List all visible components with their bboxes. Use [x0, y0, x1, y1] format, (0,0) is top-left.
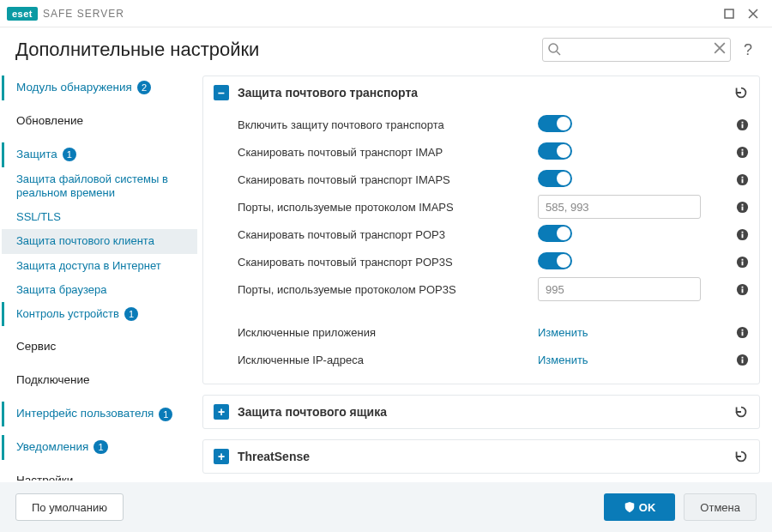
setting-row: Включить защиту почтового транспорта — [238, 111, 749, 138]
sidebar-item-5[interactable]: Защита почтового клиента — [2, 229, 197, 253]
setting-label: Исключенные IP-адреса — [238, 354, 538, 366]
window-close-icon[interactable] — [741, 2, 765, 26]
undo-icon[interactable] — [733, 85, 749, 100]
setting-label: Сканировать почтовый транспорт IMAPS — [238, 173, 538, 186]
svg-rect-4 — [742, 121, 744, 123]
sidebar-item-label: Контроль устройств — [16, 307, 119, 321]
sidebar-item-label: Защита браузера — [16, 283, 106, 297]
sidebar-item-label: Защита файловой системы в реальном време… — [16, 172, 190, 201]
sidebar-item-2[interactable]: Защита1 — [2, 142, 197, 167]
setting-label: Порты, используемые протоколом IMAPS — [238, 201, 538, 214]
info-icon[interactable] — [736, 201, 749, 214]
clear-icon[interactable] — [714, 42, 726, 54]
panel-body: Включить защиту почтового транспортаСкан… — [203, 109, 759, 384]
sidebar-item-label: Модуль обнаружения — [16, 81, 132, 95]
sidebar-item-6[interactable]: Защита доступа в Интернет — [2, 254, 197, 278]
svg-rect-25 — [742, 329, 744, 330]
sidebar: Модуль обнаружения2ОбновлениеЗащита1Защи… — [0, 69, 197, 481]
svg-rect-21 — [742, 288, 744, 293]
help-icon[interactable]: ? — [739, 41, 757, 59]
setting-label: Сканировать почтовый транспорт POP3S — [238, 256, 538, 269]
svg-rect-16 — [742, 231, 744, 233]
svg-rect-18 — [742, 261, 744, 265]
svg-rect-10 — [742, 176, 744, 178]
panel-header[interactable]: +Защита почтового ящика — [203, 396, 759, 428]
panel-header[interactable]: +ThreatSense — [203, 440, 759, 473]
sidebar-item-label: Сервис — [16, 340, 56, 354]
expand-icon[interactable]: + — [214, 404, 229, 420]
svg-rect-15 — [742, 233, 744, 238]
ports-input[interactable] — [538, 195, 701, 219]
sidebar-item-11[interactable]: Интерфейс пользователя1 — [2, 402, 197, 426]
content: –Защита почтового транспортаВключить защ… — [197, 69, 772, 481]
sidebar-item-7[interactable]: Защита браузера — [2, 278, 197, 302]
setting-label: Порты, используемые протоколом POP3S — [238, 283, 538, 296]
svg-rect-7 — [742, 148, 744, 150]
edit-link[interactable]: Изменить — [538, 326, 588, 339]
svg-rect-24 — [742, 331, 744, 336]
sidebar-item-4[interactable]: SSL/TLS — [2, 205, 197, 229]
edit-link[interactable]: Изменить — [538, 354, 588, 366]
ok-label: OK — [639, 501, 656, 514]
collapse-icon[interactable]: – — [214, 85, 229, 100]
toggle[interactable] — [538, 115, 572, 132]
ports-input[interactable] — [538, 277, 701, 301]
panel-mailbox: +Защита почтового ящика — [202, 395, 760, 429]
setting-label: Сканировать почтовый транспорт POP3 — [238, 228, 538, 241]
info-icon[interactable] — [736, 173, 749, 186]
sidebar-item-8[interactable]: Контроль устройств1 — [2, 302, 197, 326]
svg-rect-9 — [742, 178, 744, 183]
svg-rect-27 — [742, 359, 744, 363]
info-icon[interactable] — [736, 283, 749, 296]
info-icon[interactable] — [736, 354, 749, 366]
panel-threatsense: +ThreatSense — [202, 439, 760, 474]
setting-row: Сканировать почтовый транспорт IMAPS — [238, 166, 749, 193]
shield-icon — [624, 501, 636, 513]
default-button[interactable]: По умолчанию — [15, 493, 124, 521]
undo-icon[interactable] — [733, 404, 749, 420]
brand-logo: eset — [7, 7, 38, 21]
badge: 1 — [159, 408, 172, 421]
setting-row: Сканировать почтовый транспорт POP3S — [238, 248, 749, 275]
sidebar-item-label: Настройки конфиденциальности — [16, 474, 190, 481]
panel-title: Защита почтового ящика — [238, 405, 387, 419]
sidebar-item-9[interactable]: Сервис — [2, 335, 197, 360]
svg-rect-3 — [742, 124, 744, 128]
product-name: SAFE SERVER — [43, 8, 124, 20]
info-icon[interactable] — [736, 228, 749, 241]
info-icon[interactable] — [736, 118, 749, 131]
svg-rect-28 — [742, 356, 744, 358]
sidebar-item-10[interactable]: Подключение — [2, 368, 197, 393]
setting-label: Исключенные приложения — [238, 326, 538, 339]
panel-title: ThreatSense — [238, 450, 310, 463]
sidebar-item-12[interactable]: Уведомления1 — [2, 435, 197, 460]
panel-mail_transport: –Защита почтового транспортаВключить защ… — [202, 76, 760, 384]
svg-rect-19 — [742, 258, 744, 260]
window-maximize-icon[interactable] — [717, 2, 741, 26]
toggle[interactable] — [538, 225, 572, 242]
undo-icon[interactable] — [733, 449, 749, 464]
sidebar-item-0[interactable]: Модуль обнаружения2 — [2, 76, 197, 100]
ok-button[interactable]: OK — [604, 493, 676, 521]
sidebar-item-1[interactable]: Обновление — [2, 109, 197, 134]
sidebar-item-3[interactable]: Защита файловой системы в реальном време… — [2, 167, 197, 206]
search-input[interactable] — [542, 38, 731, 62]
toggle[interactable] — [538, 252, 572, 269]
toggle[interactable] — [538, 142, 572, 160]
info-icon[interactable] — [736, 146, 749, 159]
setting-row: Порты, используемые протоколом POP3S — [238, 275, 749, 303]
svg-rect-12 — [742, 206, 744, 210]
expand-icon[interactable]: + — [214, 449, 229, 464]
sidebar-item-13[interactable]: Настройки конфиденциальности — [2, 469, 197, 481]
info-icon[interactable] — [736, 256, 749, 269]
setting-row: Исключенные приложенияИзменить — [238, 318, 749, 346]
sidebar-item-label: Интерфейс пользователя — [16, 407, 154, 421]
toggle[interactable] — [538, 170, 572, 187]
panel-header[interactable]: –Защита почтового транспорта — [203, 76, 759, 109]
info-icon[interactable] — [736, 326, 749, 339]
sidebar-item-label: Уведомления — [16, 440, 88, 455]
cancel-button[interactable]: Отмена — [684, 493, 757, 521]
svg-rect-0 — [725, 9, 733, 18]
sidebar-item-label: Защита доступа в Интернет — [16, 259, 161, 273]
sidebar-item-label: SSL/TLS — [16, 210, 61, 224]
